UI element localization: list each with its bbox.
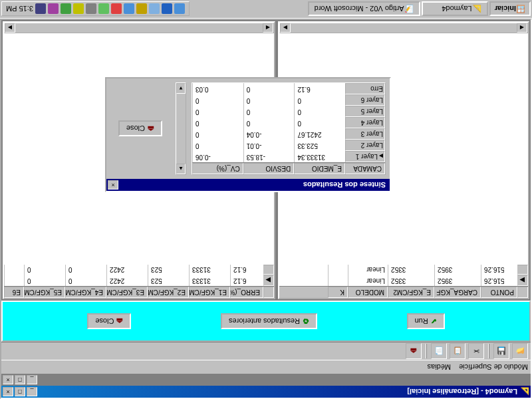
scroll-right-icon[interactable]: ▶ [280,23,291,33]
tray-icon[interactable] [86,4,96,15]
col-e4[interactable]: E4_KGF/CM2 [65,287,106,298]
cell: 3952 [434,265,481,275]
cell: 0 [24,265,65,275]
col-erro[interactable]: ERRO_(%) [230,287,263,298]
modal-close-x[interactable]: × [108,180,118,190]
cell: 0 [243,117,295,128]
col-e5[interactable]: E5_KGF/CM2 [24,287,65,298]
table-row[interactable]: Layer 3 2421.67 -0.04 0 [192,128,385,140]
exit-icon[interactable]: ⏏ [406,343,422,359]
col-cv[interactable]: CV_(%) [192,163,243,174]
close-button[interactable]: × [3,387,13,396]
client-area: ✔ Run ♻ Resultados anteriores ⏏ Close PO… [1,20,531,342]
menubar: Módulo de Superfície Médias [1,360,531,374]
cell: 523 [148,265,189,275]
table-row[interactable]: ▶ 6.12 31333 523 2422 0 0 [4,275,274,286]
table-row[interactable]: ▶ 516.26 3952 3352 Linear [279,275,528,286]
taskbar-item-word[interactable]: 📝 Artigo V02 - Microsoft Word [308,2,420,17]
table-row[interactable]: Layer 1 31333.34 -18.53 -0.06 [192,151,385,162]
exit-icon: ⏏ [116,317,123,326]
taskbar-item-laymod[interactable]: 📐 Laymod4 [422,2,488,17]
scroll-down-icon[interactable]: ▼ [176,83,186,94]
table-row[interactable]: 6.12 31333 523 2422 0 0 [4,265,274,275]
run-button[interactable]: ✔ Run [407,313,445,329]
scroll-left-icon[interactable]: ◀ [263,23,273,33]
col-emedio[interactable]: E_MEDIO [294,163,345,174]
table-row[interactable]: Erro 6.12 0 0.03 [192,83,385,94]
save-icon[interactable]: 💾 [493,343,509,359]
run-label: Run [415,317,428,325]
col-e[interactable]: E_KGF/CM2 [388,287,434,298]
col-e1[interactable]: E1_KGF/CM2 [189,287,230,298]
tray-icon[interactable] [162,4,172,15]
col-modelo[interactable]: MODELO [348,287,388,298]
right-grid-body: ▶ 6.12 31333 523 2422 0 0 6.12 31333 523 [4,265,274,286]
modal-close-label: Close [126,125,145,133]
cell: 31333.34 [294,151,345,162]
modal-close-button[interactable]: ⏏ Close [118,121,162,137]
tray-icon[interactable] [35,4,46,15]
system-tray: 3:15 PM [1,2,190,17]
taskbar: 🪟 Iniciar 📐 Laymod4 📝 Artigo V02 - Micro… [0,0,532,19]
scroll-track[interactable] [15,23,263,33]
tray-icon[interactable] [124,4,134,15]
tray-icon[interactable] [61,4,71,15]
row-label: Layer 1 [345,151,385,162]
tray-icon[interactable] [174,4,185,15]
left-scrollbar[interactable]: ◀ ▶ [279,23,528,33]
col-e3[interactable]: E3_KGF/CM2 [106,287,148,298]
previous-results-button[interactable]: ♻ Resultados anteriores [221,313,317,329]
cell: Linear [348,265,388,275]
cell: 0 [243,94,295,106]
scroll-track[interactable] [291,23,517,33]
right-scrollbar[interactable]: ◀ ▶ [4,23,274,33]
cut-icon[interactable]: ✂ [468,343,484,359]
mdi-minimize-button[interactable]: _ [27,375,37,384]
maximize-button[interactable]: □ [15,387,25,396]
table-row[interactable]: Layer 5 0 0 0 [192,106,385,117]
cell: 0 [192,117,243,128]
modal-grid-header: CAMADA E_MEDIO DESVIO CV_(%) [192,162,385,174]
col-carga[interactable]: CARGA_KGF [434,287,481,298]
scroll-right-icon[interactable]: ▶ [5,23,15,33]
col-camada[interactable]: CAMADA [345,163,385,174]
row-label: Erro [345,83,385,94]
mdi-close-button[interactable]: × [3,375,13,384]
tray-icon[interactable] [48,4,59,15]
cell: 6.12 [230,275,263,286]
start-button[interactable]: 🪟 Iniciar [489,2,531,17]
scroll-up-icon[interactable]: ▲ [176,164,186,174]
left-grid-header: PONTO CARGA_KGF E_KGF/CM2 MODELO K [279,286,528,298]
scroll-left-icon[interactable]: ◀ [517,23,527,33]
paste-icon[interactable]: 📄 [431,343,447,359]
scroll-thumb[interactable] [176,94,186,164]
mdi-maximize-button[interactable]: □ [15,375,25,384]
tray-icon[interactable] [73,4,84,15]
minimize-button[interactable]: _ [27,387,37,396]
tray-icon[interactable] [149,4,160,15]
close-panel-button[interactable]: ⏏ Close [87,313,131,329]
close-label: Close [95,317,114,325]
menu-modulo[interactable]: Módulo de Superfície [459,363,528,371]
table-row[interactable]: Layer 2 523.33 -0.01 0 [192,140,385,151]
col-e2[interactable]: E2_KGF/CM2 [148,287,189,298]
tray-icon[interactable] [111,4,122,15]
tray-icon[interactable] [98,4,109,15]
open-icon[interactable]: 📂 [512,343,528,359]
table-row[interactable]: Layer 4 0 0 0 [192,117,385,128]
col-e6[interactable]: E6 [4,287,24,298]
modal-scrollbar[interactable]: ▲ ▼ [176,82,186,175]
table-row[interactable]: Layer 6 0 0 0 [192,94,385,106]
col-desvio[interactable]: DESVIO [243,163,295,174]
windows-icon: 🪟 [516,5,525,13]
col-ponto[interactable]: PONTO [481,287,517,298]
clock[interactable]: 3:15 PM [6,5,33,13]
col-k[interactable]: K [328,287,348,298]
cell: 516.26 [481,275,517,286]
table-row[interactable]: 516.26 3952 3352 Linear [279,265,528,275]
copy-icon[interactable]: 📋 [450,343,466,359]
modal-title: Síntese dos Resultados [118,181,388,189]
row-label: Layer 5 [345,106,385,117]
tray-icon[interactable] [136,4,147,15]
menu-medias[interactable]: Médias [428,363,451,371]
